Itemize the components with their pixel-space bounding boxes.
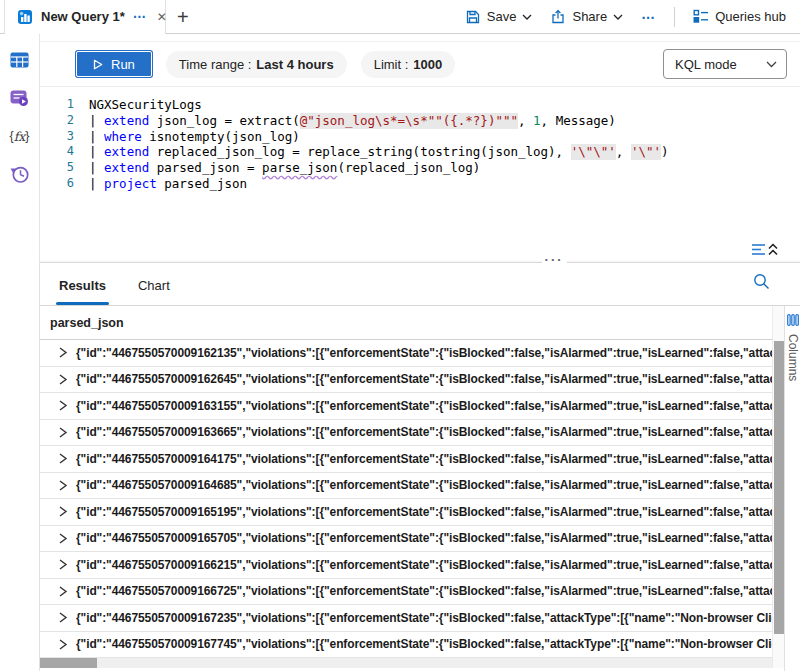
chevron-down-icon	[766, 61, 777, 68]
horizontal-scrollbar[interactable]	[40, 658, 772, 668]
expand-row-icon[interactable]	[57, 532, 69, 545]
expand-row-icon[interactable]	[57, 585, 69, 598]
code-line[interactable]: 5| extend parsed_json = parse_json(repla…	[40, 160, 800, 176]
row-json-text: {"id":"4467550570009166725","violations"…	[76, 584, 772, 598]
table-row[interactable]: {"id":"4467550570009163155","violations"…	[40, 393, 772, 420]
query-history-icon[interactable]	[9, 164, 31, 184]
code-line[interactable]: 2| extend json_log = extract(@"json_log\…	[40, 113, 800, 129]
row-json-text: {"id":"4467550570009164685","violations"…	[76, 478, 772, 492]
tab-bar: New Query 1* ⋯ ✕ + Save	[0, 0, 800, 34]
close-icon[interactable]: ✕	[155, 10, 169, 24]
limit-value: 1000	[413, 57, 442, 72]
table-row[interactable]: {"id":"4467550570009165195","violations"…	[40, 499, 772, 526]
table-row[interactable]: {"id":"4467550570009163665","violations"…	[40, 420, 772, 447]
share-label: Share	[572, 9, 607, 24]
line-number: 4	[40, 144, 74, 160]
tab-chart-label: Chart	[138, 278, 170, 293]
expand-row-icon[interactable]	[57, 505, 69, 518]
code-line[interactable]: 1NGXSecurityLogs	[40, 97, 800, 113]
limit-label: Limit :	[374, 57, 409, 72]
horizontal-scrollbar-thumb[interactable]	[40, 658, 97, 668]
divider	[674, 7, 675, 27]
code-line[interactable]: 6| project parsed_json	[40, 176, 800, 192]
kql-mode-value: KQL mode	[675, 57, 737, 72]
queries-hub-button[interactable]: Queries hub	[693, 9, 786, 24]
row-json-text: {"id":"4467550570009167235","violations"…	[76, 611, 772, 625]
play-icon	[93, 59, 103, 70]
table-row[interactable]: {"id":"4467550570009165705","violations"…	[40, 526, 772, 553]
table-row[interactable]: {"id":"4467550570009162645","violations"…	[40, 367, 772, 394]
code-line[interactable]: 3| where isnotempty(json_log)	[40, 129, 800, 145]
table-row[interactable]: {"id":"4467550570009164685","violations"…	[40, 473, 772, 500]
row-json-text: {"id":"4467550570009162645","violations"…	[76, 372, 772, 386]
row-json-text: {"id":"4467550570009165195","violations"…	[76, 505, 772, 519]
time-range-picker[interactable]: Time range : Last 4 hours	[166, 51, 347, 78]
row-json-text: {"id":"4467550570009167745","violations"…	[76, 637, 772, 651]
run-label: Run	[111, 57, 135, 72]
row-json-text: {"id":"4467550570009164175","violations"…	[76, 452, 772, 466]
expand-row-icon[interactable]	[57, 479, 69, 492]
save-icon	[465, 9, 481, 25]
tab-title: New Query 1*	[41, 9, 125, 24]
line-number: 2	[40, 113, 74, 129]
grid-column-header[interactable]: parsed_json	[40, 306, 772, 340]
saved-queries-icon[interactable]	[9, 88, 31, 108]
vertical-scrollbar[interactable]	[772, 306, 784, 668]
vertical-scrollbar-thumb[interactable]	[774, 341, 784, 634]
columns-icon[interactable]	[787, 314, 799, 326]
line-number: 3	[40, 129, 74, 145]
more-options-button[interactable]: ⋯	[641, 9, 656, 25]
table-row[interactable]: {"id":"4467550570009164175","violations"…	[40, 446, 772, 473]
save-button[interactable]: Save	[465, 9, 533, 25]
expand-row-icon[interactable]	[57, 638, 69, 651]
expand-row-icon[interactable]	[57, 373, 69, 386]
expand-row-icon[interactable]	[57, 611, 69, 624]
row-json-text: {"id":"4467550570009162135","violations"…	[76, 346, 772, 360]
line-number: 5	[40, 160, 74, 176]
share-icon	[550, 9, 566, 25]
queries-hub-icon	[693, 9, 709, 24]
expand-row-icon[interactable]	[57, 426, 69, 439]
query-tab[interactable]: New Query 1* ⋯ ✕	[4, 0, 166, 34]
table-row[interactable]: {"id":"4467550570009167235","violations"…	[40, 605, 772, 632]
adx-app-icon	[17, 9, 33, 25]
expand-row-icon[interactable]	[57, 558, 69, 571]
columns-side-panel: Columns	[784, 306, 800, 671]
query-editor[interactable]: 1NGXSecurityLogs2| extend json_log = ext…	[40, 87, 800, 242]
line-number: 6	[40, 176, 74, 192]
queries-hub-label: Queries hub	[715, 9, 786, 24]
expand-row-icon[interactable]	[57, 346, 69, 359]
new-tab-button[interactable]: +	[177, 7, 189, 27]
tab-results[interactable]: Results	[56, 278, 109, 305]
table-row[interactable]: {"id":"4467550570009162135","violations"…	[40, 340, 772, 367]
run-button[interactable]: Run	[76, 51, 152, 77]
columns-panel-label[interactable]: Columns	[786, 334, 800, 381]
code-line[interactable]: 4| extend replaced_json_log = replace_st…	[40, 144, 800, 160]
table-row[interactable]: {"id":"4467550570009166215","violations"…	[40, 552, 772, 579]
row-json-text: {"id":"4467550570009163665","violations"…	[76, 425, 772, 439]
search-icon[interactable]	[753, 273, 770, 294]
row-json-text: {"id":"4467550570009165705","violations"…	[76, 531, 772, 545]
tab-more-icon[interactable]: ⋯	[133, 9, 147, 24]
expand-row-icon[interactable]	[57, 399, 69, 412]
table-row[interactable]: {"id":"4467550570009166725","violations"…	[40, 579, 772, 606]
line-number: 1	[40, 97, 74, 113]
column-header-label: parsed_json	[50, 316, 124, 330]
tables-icon[interactable]	[9, 50, 31, 70]
row-json-text: {"id":"4467550570009163155","violations"…	[76, 399, 772, 413]
tab-results-label: Results	[59, 278, 106, 293]
left-rail: {fx}	[0, 34, 40, 671]
kql-mode-select[interactable]: KQL mode	[663, 49, 787, 79]
editor-lines: 1NGXSecurityLogs2| extend json_log = ext…	[40, 97, 800, 192]
expand-row-icon[interactable]	[57, 452, 69, 465]
chevron-down-icon	[522, 14, 532, 20]
time-range-label: Time range :	[179, 57, 252, 72]
limit-picker[interactable]: Limit : 1000	[361, 51, 456, 78]
table-row[interactable]: {"id":"4467550570009167745","violations"…	[40, 632, 772, 659]
collapse-editor-icon[interactable]	[752, 242, 778, 261]
tab-chart[interactable]: Chart	[135, 278, 173, 305]
query-toolbar: Run Time range : Last 4 hours Limit : 10…	[40, 41, 800, 87]
row-json-text: {"id":"4467550570009166215","violations"…	[76, 558, 772, 572]
functions-icon[interactable]: {fx}	[9, 126, 31, 146]
share-button[interactable]: Share	[550, 9, 623, 25]
